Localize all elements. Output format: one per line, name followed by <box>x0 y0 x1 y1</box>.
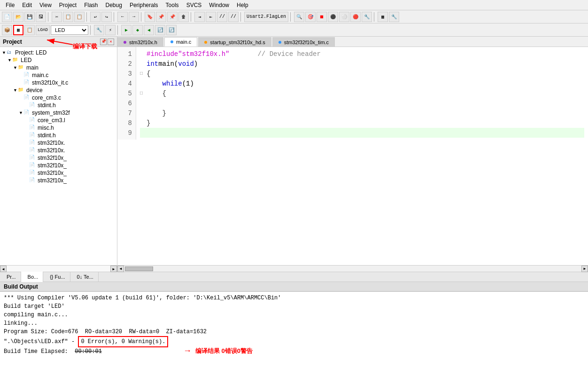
code-content[interactable]: #include "stm32f10x.h"// Device headerin… <box>136 47 588 140</box>
t2-btn6[interactable]: 🔃 <box>155 25 165 35</box>
t2-btn4[interactable]: ◆ <box>132 25 143 35</box>
code-scroll-left[interactable]: ◀ <box>117 266 124 272</box>
tab-main_c[interactable]: main.c <box>164 37 197 47</box>
debug-btn1[interactable]: ⚫ <box>328 12 338 22</box>
project-tree[interactable]: ▼🗂Project: LED▼📁LED▼📁main📄main.c📄stm32f1… <box>0 47 117 265</box>
tree-expand-icon[interactable]: ▼ <box>2 50 7 55</box>
tree-item[interactable]: 📄stm32f10x_ <box>0 177 117 184</box>
tree-item[interactable]: 📄main.c <box>0 71 117 79</box>
tree-expand-icon[interactable]: ▼ <box>19 110 23 115</box>
bookmark-next-button[interactable]: 📌 <box>156 12 166 22</box>
code-editor[interactable]: 123456789 #include "stm32f10x.h"// Devic… <box>117 47 588 265</box>
build-multifile-button[interactable]: 📋 <box>24 25 35 35</box>
tree-expand-icon[interactable]: ▼ <box>13 88 18 93</box>
menu-edit[interactable]: Edit <box>18 1 36 9</box>
unindent-button[interactable]: ⇤ <box>206 12 216 22</box>
t2-btn3[interactable]: ▶ <box>121 25 132 35</box>
redo-button[interactable]: ↪ <box>101 12 112 22</box>
proj-scroll-right[interactable]: ▶ <box>110 266 117 272</box>
tree-item[interactable]: 📄stm32f10x_it.c <box>0 79 117 86</box>
settings-button[interactable]: 🔧 <box>389 12 399 22</box>
uncomment-button[interactable]: // <box>228 12 239 22</box>
nav-back-button[interactable]: ← <box>117 12 128 22</box>
compile-download-button[interactable]: ▦ <box>13 25 23 35</box>
load-button[interactable]: LOAD <box>36 25 50 35</box>
new-file-button[interactable]: 📄 <box>2 12 12 22</box>
open-file-button[interactable]: 📂 <box>13 12 23 22</box>
tree-expand-icon[interactable]: ▼ <box>13 65 18 70</box>
tree-item[interactable]: 📄core_cm3.c <box>0 94 117 102</box>
code-line[interactable]: while(1) <box>140 78 584 88</box>
code-scroll-right[interactable]: ▶ <box>581 266 588 272</box>
target-selector[interactable]: LEDLED <box>51 25 88 35</box>
tree-item[interactable]: 📄stm32f10x. <box>0 139 117 147</box>
tree-item[interactable]: ▼📁LED <box>0 56 117 64</box>
tree-item[interactable]: 📄stdint.h <box>0 132 117 139</box>
debug-btn3[interactable]: 🔴 <box>350 12 361 22</box>
tree-expand-icon[interactable]: ▼ <box>8 58 12 63</box>
code-line[interactable] <box>140 98 584 108</box>
tab-stm32f10x_h[interactable]: stm32f10x.h <box>117 37 163 47</box>
copy-button[interactable]: 📋 <box>63 12 73 22</box>
find-button[interactable]: Usart2.FlagLen <box>244 12 288 22</box>
debug-btn4[interactable]: 🔧 <box>362 12 372 22</box>
build-stop-button[interactable]: ⏹ <box>317 12 327 22</box>
target-view-button[interactable]: 📦 <box>2 25 12 35</box>
indent-button[interactable]: ⇥ <box>194 12 205 22</box>
tree-item[interactable]: ▼🗂Project: LED <box>0 49 117 56</box>
bottom-tab-1[interactable]: Bo... <box>21 272 44 282</box>
bookmark-button[interactable]: 🔖 <box>145 12 155 22</box>
bookmark-prev-button[interactable]: 📌 <box>167 12 178 22</box>
code-line[interactable]: #include "stm32f10x.h"// Device header <box>140 49 584 59</box>
bottom-tab-2[interactable]: {} Fu... <box>43 272 70 282</box>
code-line[interactable]: } <box>140 118 584 128</box>
menu-window[interactable]: Window <box>205 1 233 9</box>
project-close-button[interactable]: ✕ <box>108 39 114 45</box>
save-all-button[interactable]: 🖫 <box>36 12 46 22</box>
bottom-tab-0[interactable]: Pr... <box>0 272 21 282</box>
tab-stm32f32f10x_tim_c[interactable]: stm32f32f10x_tim.c <box>272 37 335 47</box>
menu-peripherals[interactable]: Peripherals <box>126 1 162 9</box>
project-pin-button[interactable]: 📌 <box>100 39 107 45</box>
cut-button[interactable]: ✂ <box>52 12 62 22</box>
t2-btn1[interactable]: 🔧 <box>94 25 104 35</box>
code-line[interactable]: int main(void) <box>140 59 584 69</box>
tree-item[interactable]: ▼📁main <box>0 64 117 71</box>
tree-item[interactable]: ▼📄system_stm32f <box>0 109 117 117</box>
menu-flash[interactable]: Flash <box>80 1 101 9</box>
undo-button[interactable]: ↩ <box>90 12 101 22</box>
menu-svcs[interactable]: SVCS <box>183 1 206 9</box>
menu-tools[interactable]: Tools <box>162 1 183 9</box>
code-line[interactable]: } <box>140 108 584 118</box>
tab-startup_stm32f10x_hd_s[interactable]: startup_stm32f10x_hd.s <box>198 37 271 47</box>
code-line[interactable]: □{ <box>140 69 584 78</box>
menu-help[interactable]: Help <box>233 1 252 9</box>
t2-btn5[interactable]: ◀ <box>144 25 154 35</box>
proj-scroll-left[interactable]: ◀ <box>0 266 7 272</box>
target-button[interactable]: 🎯 <box>305 12 316 22</box>
save-button[interactable]: 💾 <box>24 12 35 22</box>
menu-project[interactable]: Project <box>55 1 80 9</box>
tree-item[interactable]: 📄stm32f10x_ <box>0 162 117 169</box>
t2-btn7[interactable]: 🔃 <box>166 25 177 35</box>
bookmark-clear-button[interactable]: 🗑 <box>178 12 189 22</box>
bottom-tab-3[interactable]: 0↓ Te... <box>70 272 99 282</box>
find-2-button[interactable]: 🔍 <box>294 12 304 22</box>
tree-item[interactable]: 📄misc.h <box>0 124 117 132</box>
tree-item[interactable]: 📄stm32f10x_ <box>0 154 117 162</box>
code-line[interactable] <box>140 128 584 138</box>
code-scroll-thumb[interactable] <box>125 266 153 271</box>
t2-btn2[interactable]: ⚡ <box>105 25 116 35</box>
view-options-button[interactable]: ▦ <box>378 12 388 22</box>
comment-button[interactable]: // <box>217 12 227 22</box>
tree-item[interactable]: 📄stm32f10x. <box>0 147 117 154</box>
nav-forward-button[interactable]: → <box>129 12 139 22</box>
menu-debug[interactable]: Debug <box>102 1 126 9</box>
tree-item[interactable]: 📄stm32f10x_ <box>0 169 117 177</box>
tree-item[interactable]: ▼📁device <box>0 86 117 94</box>
paste-button[interactable]: 📋 <box>74 12 85 22</box>
menu-file[interactable]: File <box>2 1 18 9</box>
debug-btn2[interactable]: ⚪ <box>339 12 349 22</box>
menu-view[interactable]: View <box>36 1 55 9</box>
code-line[interactable]: □ { <box>140 88 584 98</box>
